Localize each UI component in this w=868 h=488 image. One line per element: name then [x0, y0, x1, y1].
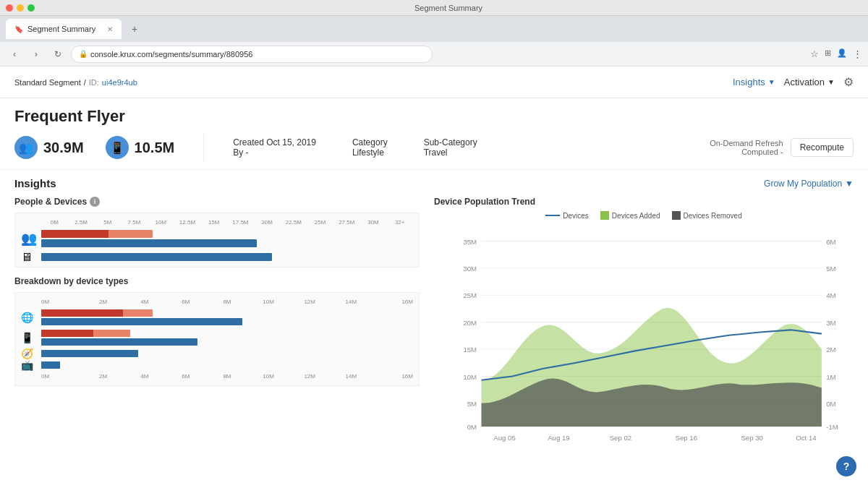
- svg-text:35M: 35M: [463, 238, 477, 246]
- devices-bar-main: [41, 253, 272, 261]
- devices-icon: 📱: [106, 136, 129, 159]
- back-button[interactable]: ‹: [6, 46, 23, 63]
- right-column: Device Population Trend Devices Devices …: [434, 197, 854, 450]
- insights-section-title: Insights: [14, 177, 56, 189]
- legend-devices: Devices: [545, 211, 589, 220]
- mobile-teal-bar: [41, 338, 197, 346]
- address-bar: ‹ › ↻ 🔒 console.krux.com/segments/summar…: [0, 42, 868, 67]
- insights-columns: People & Devices i 0M 2.5M 5M 7.5M 10M 1…: [14, 197, 854, 450]
- mac-titlebar: Segment Summary: [0, 0, 868, 16]
- breadcrumb-standard: Standard Segment: [14, 78, 81, 87]
- svg-text:Aug 19: Aug 19: [548, 434, 569, 442]
- svg-text:Sep 16: Sep 16: [676, 434, 697, 442]
- recompute-area: On-Demand Refresh Computed - Recompute: [710, 138, 854, 157]
- people-devices-title: People & Devices i: [14, 197, 420, 207]
- new-tab-button[interactable]: +: [126, 20, 143, 38]
- profile-icon[interactable]: 👤: [837, 48, 847, 59]
- refresh-button[interactable]: ↻: [49, 46, 67, 63]
- mobile-bars: [41, 330, 413, 346]
- menu-icon[interactable]: ⋮: [853, 48, 862, 59]
- help-button[interactable]: ?: [836, 456, 856, 476]
- activation-chevron-icon: ▼: [827, 78, 835, 86]
- people-bar-stacked: [41, 230, 413, 238]
- top-navigation: Standard Segment / ID: ui4e9r4ub Insight…: [0, 67, 868, 98]
- grow-population-button[interactable]: Grow My Population ▼: [764, 179, 854, 189]
- segment-metadata: 👥 30.9M 📱 10.5M Created Oct 15, 2019 By …: [14, 133, 854, 162]
- people-devices-chart: 0M 2.5M 5M 7.5M 10M 12.5M 15M 17.5M 20M …: [14, 213, 420, 267]
- desktop-icon: 🌐: [21, 312, 33, 323]
- x-axis-top: 0M 2.5M 5M 7.5M 10M 12.5M 15M 17.5M 20M …: [41, 219, 413, 226]
- segment-created: Created Oct 15, 2019 By -: [233, 137, 316, 158]
- devices-bar-teal: [41, 239, 257, 247]
- legend-added: Devices Added: [600, 211, 660, 220]
- url-input[interactable]: 🔒 console.krux.com/segments/summary/8809…: [71, 46, 433, 63]
- category-section: Category Lifestyle: [352, 137, 388, 158]
- forward-button[interactable]: ›: [27, 46, 45, 63]
- recompute-button[interactable]: Recompute: [791, 138, 854, 157]
- people-count: 30.9M: [43, 140, 84, 156]
- svg-text:6M: 6M: [826, 238, 835, 246]
- compass-icon: 🧭: [21, 348, 33, 359]
- svg-text:1M: 1M: [826, 373, 835, 381]
- settings-button[interactable]: ⚙: [843, 75, 854, 89]
- breakdown-section: Breakdown by device types 0M 2M 4M 6M 8M…: [14, 276, 420, 386]
- minimize-button[interactable]: [17, 4, 24, 12]
- trend-legend: Devices Devices Added Devices Removed: [434, 211, 854, 220]
- subcategory-section: Sub-Category Travel: [424, 137, 477, 158]
- tab-close-icon[interactable]: ✕: [107, 25, 113, 33]
- breakdown-x-axis-top: 0M 2M 4M 6M 8M 10M 12M 14M 16M: [41, 299, 413, 305]
- people-bar-light: [109, 230, 153, 238]
- devices-removed-area: [482, 379, 822, 427]
- desktop-teal-bar: [41, 318, 242, 325]
- desktop-orange-bar: [41, 309, 413, 317]
- refresh-status: On-Demand Refresh Computed -: [710, 139, 783, 156]
- people-bar-dark: [41, 230, 109, 238]
- maximize-button[interactable]: [27, 4, 35, 12]
- devices-row-icon: 🖥: [21, 251, 33, 264]
- svg-text:15M: 15M: [463, 346, 477, 354]
- bookmark-icon[interactable]: ☆: [810, 48, 819, 59]
- breadcrumb: Standard Segment / ID: ui4e9r4ub: [14, 78, 137, 87]
- svg-text:Sep 02: Sep 02: [610, 434, 631, 442]
- connected-teal-bar: [41, 361, 60, 369]
- grow-chevron-icon: ▼: [845, 179, 854, 189]
- nav-right-actions: Insights ▼ Activation ▼ ⚙: [733, 75, 854, 89]
- insights-menu-button[interactable]: Insights ▼: [733, 77, 775, 87]
- legend-devices-line: [545, 215, 560, 216]
- svg-text:4M: 4M: [826, 291, 835, 299]
- breakdown-row-other: 🧭: [41, 350, 413, 357]
- legend-removed: Devices Removed: [672, 211, 742, 220]
- connected-bars: [41, 361, 413, 369]
- breadcrumb-separator: /: [84, 78, 86, 87]
- legend-added-label: Devices Added: [612, 212, 660, 220]
- browser-tab[interactable]: 🔖 Segment Summary ✕: [6, 19, 122, 39]
- segment-title: Frequent Flyer: [14, 107, 854, 126]
- mac-window-controls[interactable]: [6, 4, 35, 12]
- info-icon[interactable]: i: [90, 197, 100, 207]
- close-button[interactable]: [6, 4, 13, 12]
- grow-label: Grow My Population: [764, 179, 842, 189]
- breakdown-row-mobile: 📱: [41, 330, 413, 346]
- people-stat: 👥 30.9M: [14, 136, 84, 159]
- svg-text:3M: 3M: [826, 319, 835, 327]
- extensions-icon[interactable]: ⊞: [825, 48, 831, 59]
- tab-label: Segment Summary: [27, 25, 95, 33]
- people-row-icon: 👥: [21, 231, 37, 247]
- segment-header: Frequent Flyer 👥 30.9M 📱 10.5M Created O…: [0, 98, 868, 170]
- other-bars: [41, 350, 413, 357]
- svg-text:0M: 0M: [467, 423, 477, 431]
- devices-stat: 📱 10.5M: [106, 136, 175, 159]
- legend-added-box: [600, 211, 609, 220]
- people-icon: 👥: [14, 136, 38, 159]
- svg-text:Aug 05: Aug 05: [493, 434, 515, 442]
- devices-bar-group: [41, 253, 413, 261]
- activation-menu-button[interactable]: Activation ▼: [784, 77, 835, 87]
- category-value: Lifestyle: [352, 147, 388, 158]
- people-bar-row: 👥: [41, 230, 413, 247]
- svg-text:20M: 20M: [463, 319, 477, 327]
- svg-text:Oct 14: Oct 14: [796, 434, 817, 442]
- svg-text:25M: 25M: [463, 291, 477, 299]
- insights-chevron-icon: ▼: [768, 78, 775, 86]
- trend-chart-svg: 35M 30M 25M 20M 15M 10M 5M 0M 6M 5M 4M 3…: [434, 226, 854, 450]
- window-title: Segment Summary: [35, 4, 862, 12]
